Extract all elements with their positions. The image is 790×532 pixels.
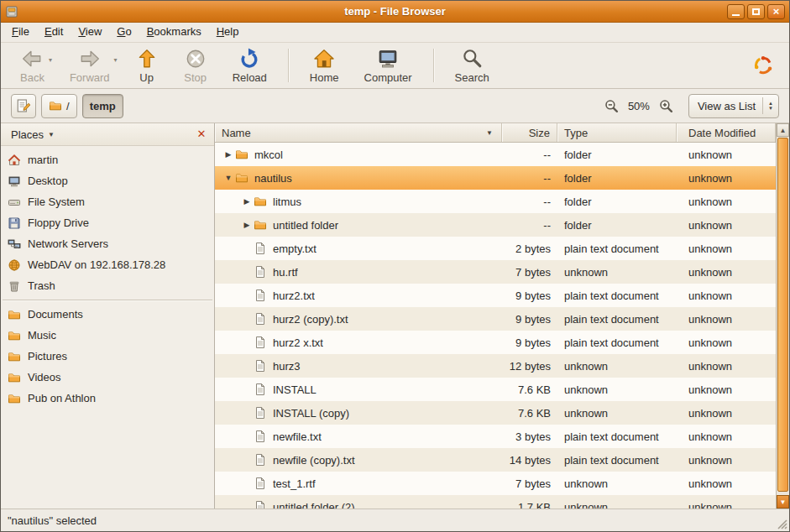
toolbar-computer-button[interactable]: Computer: [357, 45, 420, 86]
path-button-root[interactable]: /: [41, 94, 77, 118]
file-date-modified: unknown: [677, 354, 776, 378]
file-name-cell: untitled folder (2): [215, 495, 502, 509]
expander-closed-icon[interactable]: ▶: [222, 150, 235, 159]
zoom-out-icon[interactable]: [604, 99, 619, 113]
table-row[interactable]: untitled folder (2)1.7 KBunknownunknown: [215, 495, 776, 509]
chevron-down-icon: ▼: [48, 131, 55, 138]
table-row[interactable]: empty.txt2 bytesplain text documentunkno…: [215, 237, 776, 260]
table-row[interactable]: hu.rtf7 bytesunknownunknown: [215, 260, 776, 284]
toolbar-home-label: Home: [310, 71, 339, 84]
view-mode-select[interactable]: View as List ▲▼: [688, 94, 779, 118]
toolbar-search-label: Search: [455, 71, 489, 84]
toolbar-up-button[interactable]: Up: [128, 45, 166, 86]
scroll-down-button[interactable]: ▼: [777, 495, 789, 509]
scrollbar-thumb[interactable]: [777, 138, 788, 492]
table-row[interactable]: hurz2.txt9 bytesplain text documentunkno…: [215, 284, 776, 307]
file-name: INSTALL: [273, 383, 317, 396]
table-row[interactable]: hurz2 (copy).txt9 bytesplain text docume…: [215, 307, 776, 331]
file-name: newfile (copy).txt: [273, 454, 355, 467]
sidebar-item-videos[interactable]: Videos: [1, 367, 214, 388]
column-header-date-modified[interactable]: Date Modified: [677, 123, 776, 142]
table-row[interactable]: hurz2 x.txt9 bytesplain text documentunk…: [215, 331, 776, 354]
table-row[interactable]: test_1.rtf7 bytesunknownunknown: [215, 472, 776, 495]
file-size: --: [502, 190, 557, 213]
column-header-label: Date Modified: [688, 127, 756, 139]
file-size: 3 bytes: [502, 425, 557, 448]
menu-help[interactable]: Help: [209, 23, 247, 42]
minimize-button[interactable]: [727, 4, 745, 19]
places-selector-button[interactable]: Places ▼: [6, 127, 60, 143]
table-row[interactable]: ▶untitled folder--folderunknown: [215, 213, 776, 237]
table-row[interactable]: INSTALL (copy)7.6 KBunknownunknown: [215, 401, 776, 425]
sidebar-item-floppy-drive[interactable]: Floppy Drive: [1, 212, 214, 233]
table-row[interactable]: ▼nautilus--folderunknown: [215, 166, 776, 190]
file-name-cell: ▶litmus: [215, 190, 502, 213]
sidebar-item-trash[interactable]: Trash: [1, 275, 214, 296]
search-icon: [461, 48, 483, 70]
toolbar-back-label: Back: [20, 71, 44, 84]
file-type: plain text document: [557, 331, 677, 354]
sidebar-item-file-system[interactable]: File System: [1, 191, 214, 212]
file-size: 14 bytes: [502, 448, 557, 472]
sidebar-item-label: Desktop: [28, 175, 68, 187]
file-icon: [254, 383, 267, 396]
sidebar-item-martin[interactable]: martin: [1, 149, 214, 170]
file-size: 9 bytes: [502, 284, 557, 307]
file-date-modified: unknown: [677, 495, 776, 509]
menu-file[interactable]: File: [4, 23, 37, 42]
edit-location-icon: [16, 98, 31, 113]
expander-closed-icon[interactable]: ▶: [240, 197, 254, 206]
toolbar-home-button[interactable]: Home: [302, 45, 347, 86]
file-icon: [254, 430, 267, 443]
column-header-name[interactable]: Name▼: [215, 123, 502, 142]
resize-grip-icon[interactable]: [776, 518, 787, 529]
sidebar-item-music[interactable]: Music: [1, 325, 214, 346]
maximize-button[interactable]: [747, 4, 765, 19]
sidebar-item-network-servers[interactable]: Network Servers: [1, 233, 214, 254]
file-icon: [254, 453, 267, 467]
file-name: hurz2 x.txt: [273, 336, 323, 349]
path-current-label: temp: [90, 100, 116, 112]
table-row[interactable]: newfile (copy).txt14 bytesplain text doc…: [215, 448, 776, 472]
table-row[interactable]: hurz312 bytesunknownunknown: [215, 354, 776, 378]
scroll-up-button[interactable]: ▲: [777, 123, 789, 137]
sidebar-item-pictures[interactable]: Pictures: [1, 346, 214, 367]
close-places-button[interactable]: ✕: [194, 127, 209, 142]
close-button[interactable]: ×: [767, 4, 785, 19]
menu-bookmarks[interactable]: Bookmarks: [139, 23, 209, 42]
up-icon: [136, 48, 158, 70]
toolbar-reload-button[interactable]: Reload: [225, 45, 275, 86]
toolbar-forward-label: Forward: [70, 71, 110, 84]
sidebar-item-pub-on-athlon[interactable]: Pub on Athlon: [1, 388, 214, 409]
column-header-type[interactable]: Type: [557, 123, 677, 142]
titlebar[interactable]: temp - File Browser ×: [1, 1, 789, 23]
toolbar-search-button[interactable]: Search: [447, 45, 497, 86]
zoom-in-icon[interactable]: [659, 99, 673, 113]
vertical-scrollbar[interactable]: ▲ ▼: [776, 123, 789, 509]
sidebar-item-label: Music: [28, 329, 56, 342]
table-row[interactable]: ▶mkcol--folderunknown: [215, 143, 776, 166]
menu-go[interactable]: Go: [109, 23, 139, 42]
sidebar-item-label: Trash: [28, 279, 55, 292]
expander-open-icon[interactable]: ▼: [222, 174, 235, 182]
column-header-label: Type: [564, 127, 588, 139]
file-size: 9 bytes: [502, 307, 557, 331]
column-header-size[interactable]: Size: [502, 123, 557, 142]
sidebar-item-webdav-on-192-168-178-28[interactable]: WebDAV on 192.168.178.28: [1, 254, 214, 275]
chevron-down-icon: ▾: [49, 56, 52, 64]
sidebar-item-documents[interactable]: Documents: [1, 304, 214, 325]
edit-location-toggle[interactable]: [11, 94, 36, 118]
sidebar-item-label: Videos: [28, 371, 61, 383]
menubar: FileEditViewGoBookmarksHelp: [1, 23, 789, 43]
table-row[interactable]: INSTALL7.6 KBunknownunknown: [215, 378, 776, 401]
menu-view[interactable]: View: [71, 23, 109, 42]
file-icon: [254, 336, 267, 349]
back-icon: [21, 48, 43, 70]
path-button-temp[interactable]: temp: [82, 94, 123, 118]
table-row[interactable]: ▶litmus--folderunknown: [215, 190, 776, 213]
reload-icon: [238, 48, 260, 70]
menu-edit[interactable]: Edit: [37, 23, 71, 42]
expander-closed-icon[interactable]: ▶: [240, 221, 254, 229]
table-row[interactable]: newfile.txt3 bytesplain text documentunk…: [215, 425, 776, 448]
sidebar-item-desktop[interactable]: Desktop: [1, 170, 214, 191]
